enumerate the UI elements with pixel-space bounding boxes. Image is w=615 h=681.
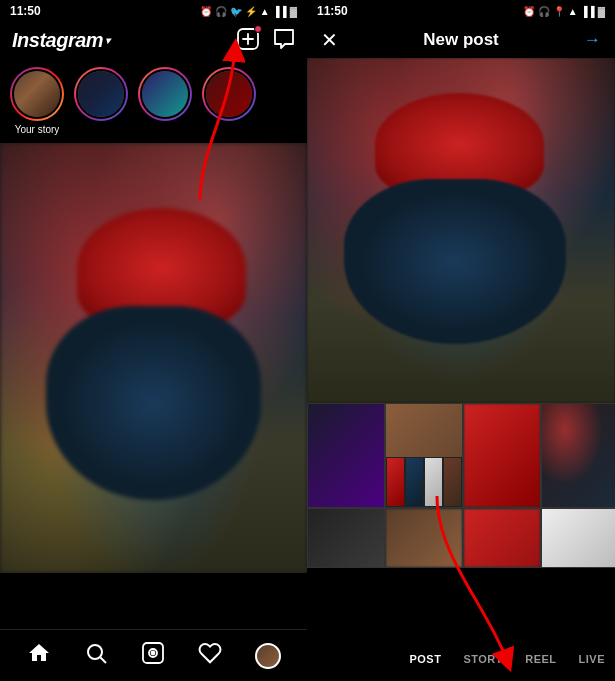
thumb-5[interactable]: [307, 508, 385, 568]
bottom-nav: [0, 629, 307, 681]
live-tab[interactable]: LIVE: [579, 653, 605, 665]
thumb-3-img: [464, 404, 540, 507]
status-bar-right: 11:50 ⏰ 🎧 📍 ▲ ▐▐ ▓: [307, 0, 615, 22]
thumbnail-strip-2: [307, 508, 615, 568]
time-left: 11:50: [10, 4, 41, 18]
right-panel: 11:50 ⏰ 🎧 📍 ▲ ▐▐ ▓ ✕ New post →: [307, 0, 615, 681]
thumb-2[interactable]: [385, 403, 463, 508]
new-post-title: New post: [423, 30, 499, 50]
left-panel: 11:50 ⏰ 🎧 🐦 ⚡ ▲ ▐▐ ▓ Instagram ▾: [0, 0, 307, 681]
next-button[interactable]: →: [584, 30, 601, 50]
thumb-4-img: [542, 404, 615, 507]
battery-icon-r: ▓: [598, 6, 605, 17]
feed-image-content: [0, 143, 307, 573]
headphone-icon: 🎧: [215, 6, 227, 17]
svg-line-4: [100, 657, 106, 663]
reel-tab[interactable]: REEL: [525, 653, 556, 665]
notification-badge: [254, 25, 262, 33]
home-nav-button[interactable]: [27, 641, 51, 671]
right-feed-image-content: [307, 58, 615, 403]
status-icons-left: ⏰ 🎧 🐦 ⚡ ▲ ▐▐ ▓: [200, 6, 297, 17]
story-1[interactable]: [74, 67, 128, 135]
story-1-avatar: [76, 69, 126, 119]
instagram-logo[interactable]: Instagram ▾: [12, 29, 110, 52]
your-story-label: Your story: [15, 124, 60, 135]
status-bar-left: 11:50 ⏰ 🎧 🐦 ⚡ ▲ ▐▐ ▓: [0, 0, 307, 22]
thumb-1-img: [308, 404, 384, 507]
close-button[interactable]: ✕: [321, 28, 338, 52]
svg-point-7: [151, 651, 154, 654]
story-1-ring: [74, 67, 128, 121]
your-story-ring: [10, 67, 64, 121]
story-2[interactable]: [138, 67, 192, 135]
post-type-bar: POST STORY REEL LIVE: [307, 637, 615, 681]
story-1-image: [78, 71, 124, 117]
story-your[interactable]: Your story: [10, 67, 64, 135]
stories-row: Your story: [0, 59, 307, 143]
story-2-ring: [138, 67, 192, 121]
wifi-icon-r: ▲: [568, 6, 578, 17]
story-3-image: [206, 71, 252, 117]
thumb-4[interactable]: [541, 403, 615, 508]
story-2-avatar: [140, 69, 190, 119]
thumb-8[interactable]: [541, 508, 615, 568]
search-nav-button[interactable]: [84, 641, 108, 671]
location-icon-r: 📍: [553, 6, 565, 17]
thumbnail-strip: [307, 403, 615, 508]
signal-icon: ▐▐: [273, 6, 287, 17]
reels-nav-button[interactable]: [141, 641, 165, 671]
alarm-icon: ⏰: [200, 6, 212, 17]
battery-icon: ▓: [290, 6, 297, 17]
profile-nav-button[interactable]: [255, 643, 281, 669]
svg-point-3: [88, 645, 102, 659]
top-bar-right: ✕ New post →: [307, 22, 615, 58]
wifi-icon: ▲: [260, 6, 270, 17]
messages-button[interactable]: [273, 28, 295, 53]
feed-post-image: [0, 143, 307, 573]
bluetooth-icon: ⚡: [245, 6, 257, 17]
add-post-button[interactable]: [237, 28, 259, 53]
right-feed-post-image: [307, 58, 615, 403]
thumb-1[interactable]: [307, 403, 385, 508]
likes-nav-button[interactable]: [198, 641, 222, 671]
twitter-icon: 🐦: [230, 6, 242, 17]
thumb-3[interactable]: [463, 403, 541, 508]
signal-icon-r: ▐▐: [581, 6, 595, 17]
thumb-6[interactable]: [385, 508, 463, 568]
time-right: 11:50: [317, 4, 348, 18]
headphone-icon-r: 🎧: [538, 6, 550, 17]
your-story-image: [14, 71, 60, 117]
story-tab[interactable]: STORY: [463, 653, 503, 665]
story-3-ring: [202, 67, 256, 121]
status-icons-right: ⏰ 🎧 📍 ▲ ▐▐ ▓: [523, 6, 605, 17]
your-story-avatar: [12, 69, 62, 119]
story-3[interactable]: [202, 67, 256, 135]
post-tab[interactable]: POST: [409, 653, 441, 665]
alarm-icon-r: ⏰: [523, 6, 535, 17]
top-bar-icons: [237, 28, 295, 53]
thumb-7[interactable]: [463, 508, 541, 568]
chevron-down-icon: ▾: [105, 35, 110, 46]
profile-avatar: [255, 643, 281, 669]
story-2-image: [142, 71, 188, 117]
story-3-avatar: [204, 69, 254, 119]
top-bar-left: Instagram ▾: [0, 22, 307, 59]
